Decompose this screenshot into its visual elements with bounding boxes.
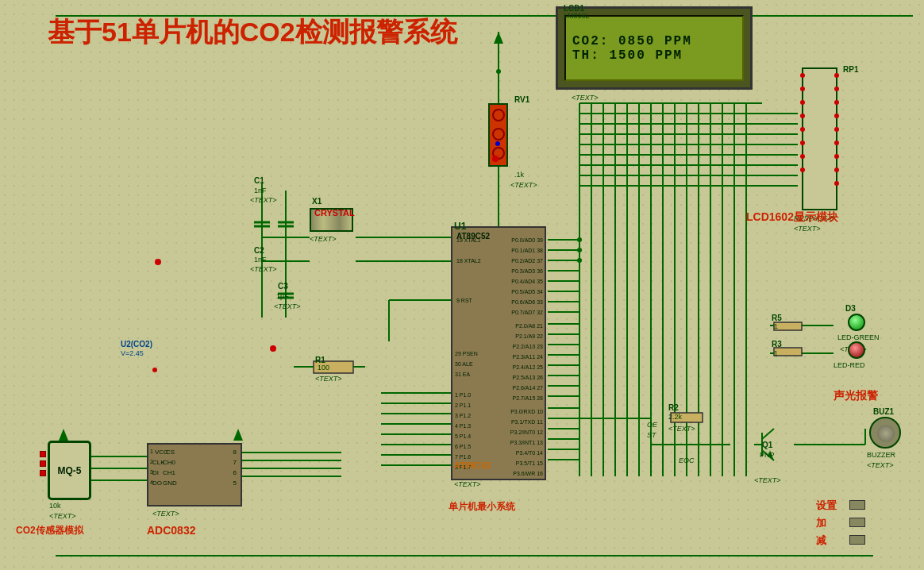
svg-marker-82 — [59, 429, 68, 441]
adc-module-label: ADC0832 — [147, 524, 195, 537]
buzzer-type: BUZZER — [867, 451, 895, 459]
svg-rect-93 — [774, 322, 802, 330]
crystal-type: CRYSTAL — [314, 208, 355, 218]
r5-value: 1 — [774, 322, 778, 330]
schematic-canvas: 基于51单片机的CO2检测报警系统 CO2: 0850 PPM TH: 1500… — [0, 0, 924, 570]
svg-point-113 — [577, 248, 582, 252]
c1-label: C1 — [254, 176, 264, 185]
eoc-label: EOC — [679, 456, 695, 464]
crystal-text: <TEXT> — [310, 235, 337, 243]
svg-point-116 — [496, 69, 501, 74]
c3-value: 1μF — [276, 292, 289, 300]
q1-type: PNP — [760, 451, 775, 459]
u2-full-label: U2(CO2) — [121, 340, 152, 349]
r3-value: 1 — [774, 349, 778, 357]
svg-rect-92 — [774, 348, 802, 356]
lcd-module-label: LCD1602显示模块 — [746, 210, 838, 225]
r2-label: R2 — [668, 403, 679, 412]
svg-marker-81 — [494, 32, 503, 44]
setup-button-symbol — [849, 500, 865, 510]
rv1-label: RV1 — [514, 95, 529, 104]
rp1-block — [802, 67, 837, 210]
u1-label: U1 — [454, 221, 466, 232]
r2-value: 2.2k — [668, 413, 682, 421]
lcd-screen: CO2: 0850 PPM TH: 1500 PPM — [564, 15, 744, 81]
increase-button-symbol — [849, 518, 865, 527]
buzzer — [869, 417, 901, 449]
led-red-label: LED-RED — [834, 361, 865, 369]
mcu-chip-label: AT89C52 — [454, 460, 491, 470]
d3-label: D3 — [845, 304, 856, 313]
c2-text: <TEXT> — [250, 265, 277, 273]
lcd-line2: TH: 1500 PPM — [572, 48, 736, 63]
setup-label: 设置 — [816, 499, 837, 513]
rp1-text: <TEXT> — [794, 225, 821, 233]
svg-point-114 — [577, 258, 582, 263]
c3-text: <TEXT> — [274, 302, 301, 310]
buzzer-text: <TEXT> — [867, 461, 894, 469]
crystal-label: X1 — [312, 197, 321, 206]
decrease-button-symbol — [849, 535, 865, 545]
oe-label: OE — [647, 421, 657, 429]
page-title: 基于51单片机的CO2检测报警系统 — [48, 14, 457, 51]
r10k-label: 10k — [49, 502, 61, 510]
c1-text: <TEXT> — [250, 196, 277, 204]
r3-label: R3 — [772, 340, 782, 349]
r2-text: <TEXT> — [668, 425, 695, 433]
r1-text: <TEXT> — [315, 375, 342, 383]
d3-color: LED-GREEN — [837, 333, 880, 341]
c3-label: C3 — [278, 282, 288, 291]
mcu-text: <TEXT> — [454, 480, 481, 488]
mq5-sensor: MQ-5 — [48, 441, 91, 500]
adc-chip: VCC 8 CLK 7 DI 6 DO 5 1 2 3 4 CS CH0 CH1… — [147, 443, 242, 506]
svg-marker-83 — [233, 429, 243, 441]
pin-dot-2 — [495, 141, 500, 146]
r5-label: R5 — [772, 314, 782, 322]
lcd-model: LM016L — [564, 12, 590, 20]
r10k-text: <TEXT> — [49, 512, 76, 520]
decrease-label: 减 — [816, 533, 826, 548]
lcd-text: <TEXT> — [572, 94, 599, 102]
led-red — [848, 341, 865, 359]
r1-value: 100 — [318, 364, 329, 372]
c1-value: 1nF — [254, 187, 267, 194]
rv1-value: .1k — [514, 171, 524, 179]
c2-value: 1nF — [254, 256, 267, 264]
pin-dot-rv1 — [492, 156, 499, 162]
rv1-text: <TEXT> — [510, 181, 537, 189]
mcu-chip: AT89C52 19 XTAL1 18 XTAL2 9 RST 29 PSEN … — [451, 226, 546, 480]
svg-point-112 — [577, 237, 582, 242]
c2-label: C2 — [254, 246, 264, 255]
buz1-label: BUZ1 — [873, 407, 894, 416]
q1-label: Q1 — [762, 441, 772, 449]
mcu-system-label: 单片机最小系统 — [449, 500, 515, 514]
alarm-label: 声光报警 — [834, 389, 878, 403]
mq5-label: MQ-5 — [58, 465, 82, 476]
adc-text: <TEXT> — [152, 510, 179, 518]
u2-voltage: V=2.45 — [121, 349, 144, 357]
led-green — [848, 314, 865, 331]
mq5-pin3 — [40, 470, 46, 476]
co2-sensor-label: CO2传感器模拟 — [16, 524, 83, 537]
pin-dot-r1 — [270, 345, 276, 352]
pin-dot-u2 — [155, 259, 161, 265]
st-label: ST — [647, 431, 656, 439]
svg-line-108 — [762, 429, 774, 439]
pin-dot-3 — [152, 368, 157, 372]
mq5-pin1 — [40, 451, 46, 457]
mq5-pin2 — [40, 460, 46, 467]
lcd-line1: CO2: 0850 PPM — [572, 34, 736, 48]
q1-text: <TEXT> — [754, 476, 781, 484]
increase-label: 加 — [816, 516, 826, 530]
rp1-label: RP1 — [843, 65, 858, 74]
